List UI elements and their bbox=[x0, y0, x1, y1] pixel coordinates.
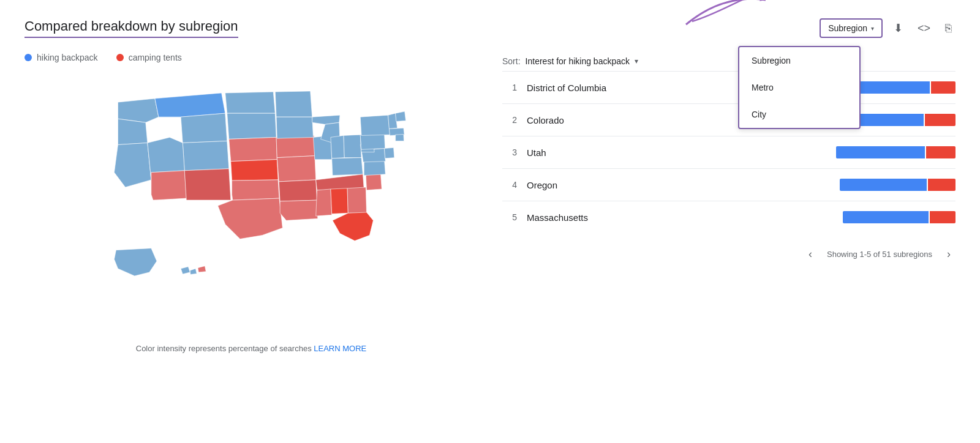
left-panel: Compared breakdown by subregion hiking b… bbox=[24, 18, 490, 425]
state-nd bbox=[225, 92, 276, 113]
state-louisiana bbox=[280, 200, 318, 220]
row-rank: 4 bbox=[502, 180, 517, 190]
state-wisconsin bbox=[276, 117, 313, 138]
state-missouri bbox=[277, 156, 315, 182]
state-nebraska bbox=[229, 137, 277, 161]
pagination-text: Showing 1-5 of 51 subregions bbox=[827, 250, 932, 259]
subregion-chevron: ▾ bbox=[871, 25, 874, 32]
state-sc bbox=[366, 173, 382, 190]
state-newyork bbox=[360, 115, 390, 135]
bar-blue bbox=[843, 211, 929, 223]
subregion-label: Subregion bbox=[828, 23, 867, 33]
state-arizona bbox=[151, 171, 186, 200]
state-mississippi bbox=[316, 189, 332, 216]
state-wyoming bbox=[181, 113, 227, 143]
state-new-mexico bbox=[184, 169, 231, 200]
state-indiana bbox=[331, 135, 344, 158]
legend-item-hiking: hiking backpack bbox=[24, 53, 98, 62]
state-maine bbox=[396, 111, 406, 121]
table-row: 5 Massachusetts bbox=[502, 201, 956, 233]
download-button[interactable]: ⬇ bbox=[890, 19, 907, 37]
sort-chevron[interactable]: ▾ bbox=[635, 57, 638, 65]
sort-value: Interest for hiking backpack bbox=[526, 56, 630, 66]
row-name: Massachusetts bbox=[527, 212, 833, 223]
state-alabama bbox=[331, 188, 348, 214]
state-washington bbox=[118, 99, 159, 122]
state-hawaii bbox=[181, 267, 190, 274]
dropdown-item-city[interactable]: City bbox=[739, 101, 859, 128]
embed-icon: <> bbox=[918, 22, 930, 34]
row-rank: 5 bbox=[502, 212, 517, 222]
share-button[interactable]: ⎘ bbox=[941, 20, 956, 37]
usa-map-container bbox=[74, 75, 429, 307]
state-oklahoma bbox=[232, 180, 279, 200]
legend-label-hiking: hiking backpack bbox=[37, 53, 98, 62]
state-iowa bbox=[276, 135, 315, 157]
state-hawaii2 bbox=[190, 269, 197, 275]
right-panel: Subregion ▾ ⬇ <> ⎘ Subregion Metro City … bbox=[490, 18, 956, 425]
legend-item-camping: camping tents bbox=[116, 53, 182, 62]
dropdown-item-metro[interactable]: Metro bbox=[739, 74, 859, 101]
bar-red bbox=[925, 114, 956, 126]
state-sd bbox=[227, 113, 276, 139]
state-georgia bbox=[347, 187, 366, 213]
table-row: 1 District of Columbia bbox=[502, 71, 956, 103]
subregion-button[interactable]: Subregion ▾ bbox=[820, 18, 883, 38]
bar-blue bbox=[836, 146, 925, 158]
row-name: Oregon bbox=[527, 180, 830, 190]
bar-red bbox=[928, 179, 956, 191]
state-hawaii3 bbox=[198, 266, 206, 272]
sort-label: Sort: bbox=[502, 56, 521, 66]
state-kansas bbox=[231, 160, 278, 181]
arrow-annotation bbox=[674, 0, 796, 31]
legend-dot-red bbox=[116, 54, 124, 61]
bar-red bbox=[930, 211, 956, 223]
row-rank: 2 bbox=[502, 115, 517, 125]
state-texas bbox=[218, 198, 283, 239]
row-name: Utah bbox=[527, 147, 826, 158]
state-ohio bbox=[344, 135, 361, 157]
row-rank: 3 bbox=[502, 147, 517, 157]
state-oregon bbox=[118, 119, 148, 144]
legend-label-camping: camping tents bbox=[129, 53, 182, 62]
bar-red bbox=[931, 81, 956, 94]
bars-container bbox=[840, 179, 956, 191]
state-colorado bbox=[183, 141, 229, 170]
next-page-button[interactable]: › bbox=[942, 245, 956, 263]
embed-button[interactable]: <> bbox=[914, 20, 934, 37]
state-pennsylvania bbox=[360, 133, 385, 149]
dropdown-menu: Subregion Metro City bbox=[738, 46, 861, 129]
map-caption: Color intensity represents percentage of… bbox=[24, 344, 478, 353]
legend: hiking backpack camping tents bbox=[24, 53, 478, 62]
state-ct-ri bbox=[396, 135, 404, 141]
state-california bbox=[114, 143, 151, 187]
table-row: 3 Utah bbox=[502, 136, 956, 168]
bars-container bbox=[836, 146, 956, 158]
prev-page-button[interactable]: ‹ bbox=[804, 245, 817, 263]
share-icon: ⎘ bbox=[945, 22, 952, 34]
data-list: 1 District of Columbia 2 Colorado 3 Utah bbox=[502, 71, 956, 233]
state-montana bbox=[155, 93, 225, 117]
pagination-row: ‹ Showing 1-5 of 51 subregions › bbox=[502, 245, 956, 263]
bars-container bbox=[843, 211, 956, 223]
bar-blue bbox=[840, 179, 927, 191]
state-florida bbox=[333, 212, 373, 241]
legend-dot-blue bbox=[24, 54, 32, 61]
state-kentucky bbox=[332, 158, 363, 176]
state-nj-de-md bbox=[385, 147, 394, 158]
bar-red bbox=[926, 146, 956, 158]
state-minnesota bbox=[275, 91, 312, 117]
dropdown-item-subregion[interactable]: Subregion bbox=[739, 47, 859, 74]
row-rank: 1 bbox=[502, 83, 517, 92]
state-nc bbox=[364, 160, 385, 175]
top-controls: Subregion ▾ ⬇ <> ⎘ bbox=[502, 18, 956, 44]
sort-row: Sort: Interest for hiking backpack ▾ bbox=[502, 56, 956, 66]
chart-title: Compared breakdown by subregion bbox=[24, 18, 238, 38]
table-row: 2 Colorado bbox=[502, 103, 956, 136]
state-alaska bbox=[114, 248, 156, 276]
state-arkansas bbox=[279, 180, 317, 201]
download-icon: ⬇ bbox=[894, 22, 903, 34]
table-row: 4 Oregon bbox=[502, 168, 956, 201]
learn-more-link[interactable]: LEARN MORE bbox=[314, 344, 366, 353]
usa-map-svg bbox=[74, 75, 429, 307]
